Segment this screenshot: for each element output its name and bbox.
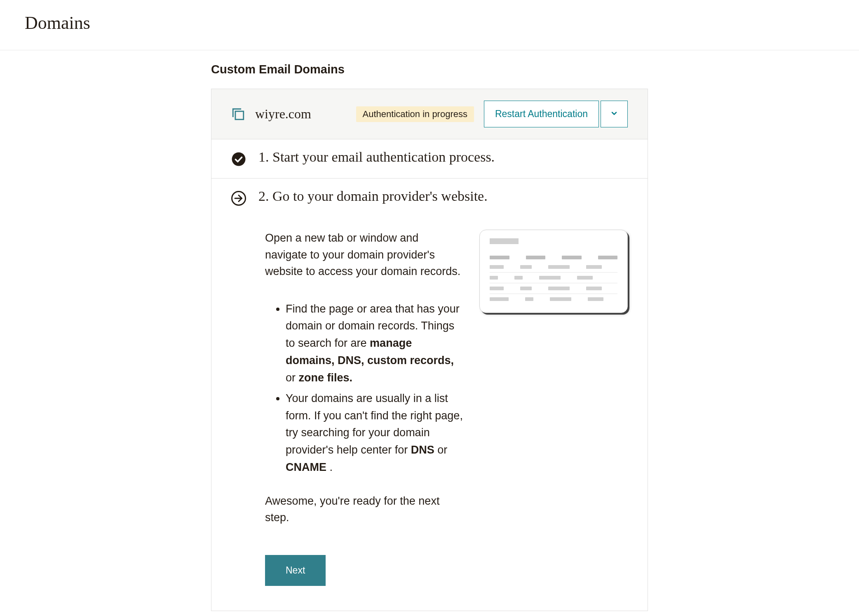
arrow-circle-icon xyxy=(231,191,246,207)
step-2-text: Open a new tab or window and navigate to… xyxy=(265,230,463,586)
next-button[interactable]: Next xyxy=(265,555,326,586)
step-1-row[interactable]: 1. Start your email authentication proce… xyxy=(211,139,648,179)
domain-name: wiyre.com xyxy=(255,106,346,122)
domain-panel: wiyre.com Authentication in progress Res… xyxy=(211,89,648,611)
step-2-row: 2. Go to your domain provider's website. xyxy=(211,179,648,217)
list-text: or xyxy=(286,371,299,384)
page-header: Domains xyxy=(0,0,859,50)
step-2-outro: Awesome, you're ready for the next step. xyxy=(265,493,463,526)
list-bold: DNS xyxy=(411,444,434,456)
step-2-intro: Open a new tab or window and navigate to… xyxy=(265,230,463,280)
section-title: Custom Email Domains xyxy=(211,63,648,76)
status-badge: Authentication in progress xyxy=(356,106,474,122)
content-area: Custom Email Domains wiyre.com Authentic… xyxy=(104,50,755,616)
fake-row xyxy=(490,283,617,294)
step-2-title: 2. Go to your domain provider's website. xyxy=(258,188,488,204)
list-text: or xyxy=(434,444,448,456)
restart-authentication-button[interactable]: Restart Authentication xyxy=(484,101,599,127)
fake-row xyxy=(490,294,617,304)
list-text: . xyxy=(326,461,333,473)
list-bold: CNAME xyxy=(286,461,326,473)
check-circle-icon xyxy=(231,152,246,168)
chevron-down-icon xyxy=(610,109,618,119)
fake-row xyxy=(490,262,617,273)
fake-row xyxy=(490,273,617,283)
domain-panel-header: wiyre.com Authentication in progress Res… xyxy=(211,89,648,139)
restart-dropdown-button[interactable] xyxy=(601,101,628,127)
fake-title-bar xyxy=(490,238,519,244)
step-2-list: Find the page or area that has your doma… xyxy=(265,301,463,476)
page-title: Domains xyxy=(25,12,834,33)
fake-table xyxy=(479,230,628,313)
list-item: Your domains are usually in a list form.… xyxy=(286,390,463,476)
step-2-body: Open a new tab or window and navigate to… xyxy=(211,217,648,611)
step-1-title: 1. Start your email authentication proce… xyxy=(258,149,495,165)
dns-table-illustration xyxy=(479,230,628,586)
list-bold: zone files. xyxy=(299,371,353,384)
svg-rect-0 xyxy=(235,111,244,119)
restart-button-group: Restart Authentication xyxy=(484,101,628,127)
svg-point-1 xyxy=(232,153,246,166)
list-item: Find the page or area that has your doma… xyxy=(286,301,463,387)
domain-icon xyxy=(231,107,245,121)
fake-header-row xyxy=(490,252,617,262)
